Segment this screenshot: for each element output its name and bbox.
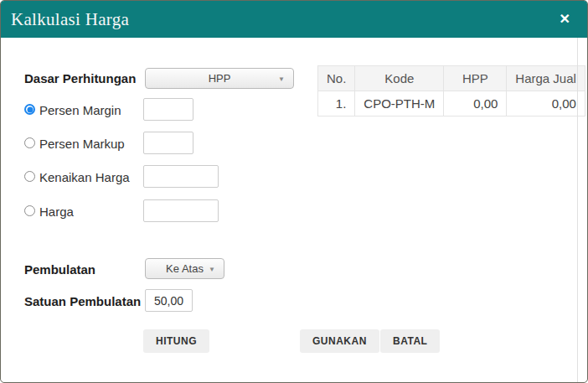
- gunakan-button[interactable]: GUNAKAN: [300, 329, 379, 353]
- close-icon[interactable]: ✕: [560, 13, 570, 26]
- cell-hpp: 0,00: [444, 91, 507, 116]
- harga-table: No. Kode HPP Harga Jual 1. CPO-PTH-M 0,0…: [317, 65, 585, 116]
- batal-button[interactable]: BATAL: [380, 329, 440, 353]
- radio-persen-margin[interactable]: [24, 104, 35, 115]
- table-row[interactable]: 1. CPO-PTH-M 0,00 0,00: [318, 91, 585, 116]
- kalkulasi-harga-dialog: Kalkulasi Harga ✕ Dasar Perhitungan HPP …: [0, 0, 588, 383]
- satuan-pembulatan-label: Satuan Pembulatan: [24, 294, 141, 308]
- col-header-harga-jual: Harga Jual: [507, 66, 585, 91]
- hitung-button[interactable]: HITUNG: [143, 329, 209, 353]
- pembulatan-label: Pembulatan: [24, 262, 95, 277]
- radio-harga[interactable]: [24, 205, 35, 216]
- dasar-perhitungan-value: HPP: [209, 72, 231, 85]
- radio-kenaikan-harga[interactable]: [24, 171, 35, 182]
- cell-harga-jual: 0,00: [507, 91, 585, 116]
- persen-margin-input[interactable]: [143, 98, 193, 121]
- kenaikan-harga-label: Kenaikan Harga: [39, 170, 130, 184]
- kenaikan-harga-input[interactable]: [143, 165, 219, 188]
- chevron-down-icon: ▼: [278, 75, 285, 82]
- chevron-down-icon: ▼: [209, 265, 215, 272]
- dasar-perhitungan-select[interactable]: HPP ▼: [145, 68, 294, 89]
- satuan-pembulatan-input[interactable]: [145, 289, 193, 312]
- harga-label: Harga: [39, 204, 74, 219]
- dialog-header: Kalkulasi Harga ✕: [1, 1, 587, 38]
- content-divider: [577, 38, 578, 382]
- col-header-no: No.: [318, 66, 355, 91]
- persen-markup-input[interactable]: [143, 132, 193, 154]
- pembulatan-value: Ke Atas: [166, 262, 204, 275]
- persen-markup-label: Persen Markup: [39, 137, 125, 151]
- radio-persen-markup[interactable]: [24, 137, 35, 148]
- harga-input[interactable]: [143, 199, 219, 222]
- dasar-perhitungan-label: Dasar Perhitungan: [24, 71, 136, 85]
- table-header-row: No. Kode HPP Harga Jual: [318, 66, 585, 91]
- dialog-title: Kalkulasi Harga: [11, 9, 129, 30]
- cell-kode: CPO-PTH-M: [355, 91, 444, 116]
- persen-margin-label: Persen Margin: [39, 103, 121, 117]
- pembulatan-select[interactable]: Ke Atas ▼: [145, 258, 224, 279]
- col-header-kode: Kode: [355, 66, 444, 91]
- col-header-hpp: HPP: [444, 66, 507, 91]
- cell-no: 1.: [318, 91, 355, 116]
